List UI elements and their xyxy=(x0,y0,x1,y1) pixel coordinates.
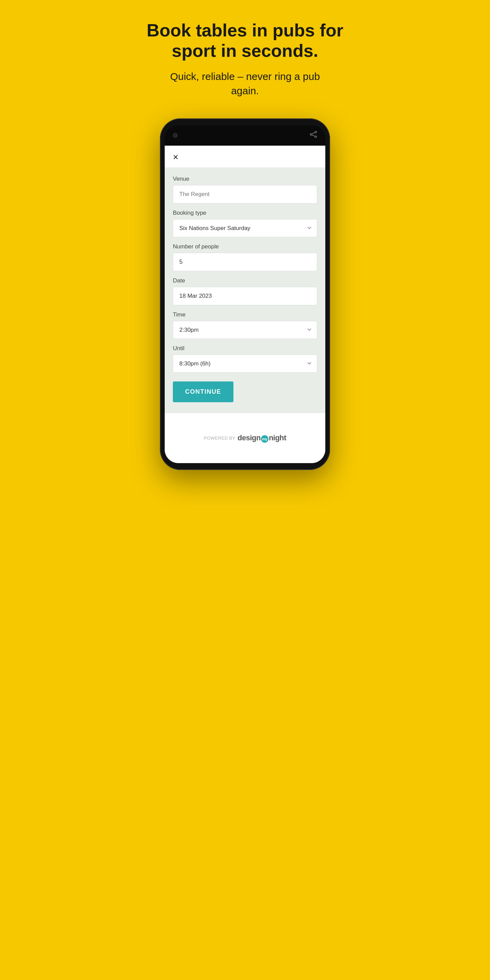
phone-notch xyxy=(165,125,325,146)
phone-footer: POWERED BY designmynight xyxy=(165,413,325,463)
booking-type-select[interactable]: Six Nations Super Saturday Standard Book… xyxy=(173,219,317,237)
svg-line-3 xyxy=(312,132,315,134)
camera-icon xyxy=(173,133,178,138)
people-group: Number of people xyxy=(173,243,317,271)
powered-by-section: POWERED BY designmynight xyxy=(204,434,286,443)
phone-frame: × Venue Booking type Six Nations Super S… xyxy=(160,118,330,470)
time-select[interactable]: 12:00pm 12:30pm 1:00pm 1:30pm 2:00pm 2:3… xyxy=(173,321,317,339)
svg-line-4 xyxy=(312,135,315,137)
svg-point-2 xyxy=(310,134,312,135)
until-group: Until 6:30pm (4h) 7:00pm (4.5h) 7:30pm (… xyxy=(173,345,317,372)
hero-title: Book tables in pubs for sport in seconds… xyxy=(143,21,347,61)
time-label: Time xyxy=(173,311,317,318)
booking-form: Venue Booking type Six Nations Super Sat… xyxy=(165,167,325,413)
venue-group: Venue xyxy=(173,176,317,204)
venue-input[interactable] xyxy=(173,185,317,204)
booking-type-group: Booking type Six Nations Super Saturday … xyxy=(173,210,317,237)
brand-logo-my: my xyxy=(261,435,269,443)
people-input[interactable] xyxy=(173,253,317,271)
booking-type-label: Booking type xyxy=(173,210,317,216)
date-group: Date xyxy=(173,277,317,305)
date-label: Date xyxy=(173,277,317,284)
close-button[interactable]: × xyxy=(173,153,178,162)
phone-screen: × Venue Booking type Six Nations Super S… xyxy=(165,146,325,463)
svg-point-1 xyxy=(315,136,317,138)
continue-button[interactable]: CONTINUE xyxy=(173,382,234,402)
brand-logo: designmynight xyxy=(237,434,286,443)
powered-by-text: POWERED BY xyxy=(204,436,235,441)
hero-subtitle: Quick, reliable – never ring a pub again… xyxy=(163,69,327,98)
venue-label: Venue xyxy=(173,176,317,182)
share-icon xyxy=(310,131,317,140)
date-input[interactable] xyxy=(173,287,317,305)
svg-point-0 xyxy=(315,131,317,133)
people-label: Number of people xyxy=(173,243,317,250)
until-label: Until xyxy=(173,345,317,352)
until-select[interactable]: 6:30pm (4h) 7:00pm (4.5h) 7:30pm (5h) 8:… xyxy=(173,355,317,372)
app-header: × xyxy=(165,146,325,167)
time-group: Time 12:00pm 12:30pm 1:00pm 1:30pm 2:00p… xyxy=(173,311,317,339)
